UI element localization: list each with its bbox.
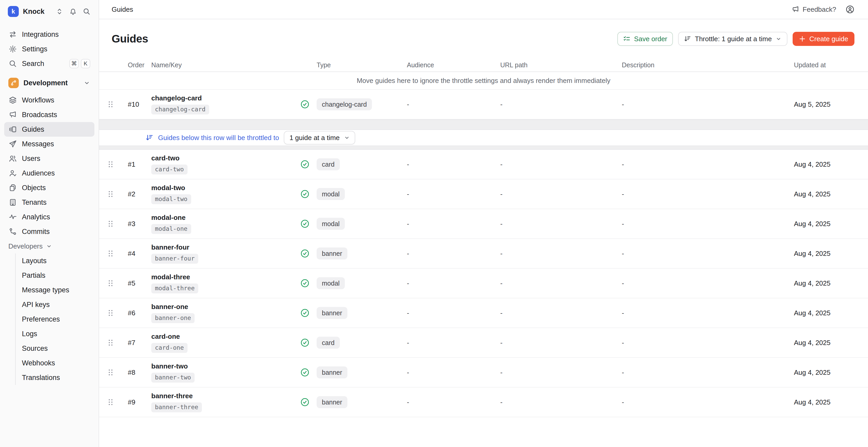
drag-handle-icon[interactable] [106,397,115,408]
guide-key-wrap: banner-four [151,252,301,264]
guide-row[interactable]: #7card-onecard-onecard---Aug 4, 2025 [99,328,868,358]
sidebar-item-tenants[interactable]: Tenants [4,195,94,210]
guide-row[interactable]: #8banner-twobanner-twobanner---Aug 4, 20… [99,358,868,387]
guide-row[interactable]: #1card-twocard-twocard---Aug 4, 2025 [99,150,868,180]
sidebar-item-sources[interactable]: Sources [16,341,99,356]
guide-audience: - [407,250,500,258]
guide-row[interactable]: #4banner-fourbanner-fourbanner---Aug 4, … [99,239,868,268]
sidebar-item-label: Audiences [22,169,90,177]
page-title: Guides [112,33,148,45]
guide-row[interactable]: #2modal-twomodal-twomodal---Aug 4, 2025 [99,180,868,209]
guide-row[interactable]: #3modal-onemodal-onemodal---Aug 4, 2025 [99,209,868,239]
guide-type-badge: banner [317,366,347,378]
section-gap [99,120,868,130]
feedback-label: Feedback? [803,5,836,13]
sidebar-item-integrations[interactable]: Integrations [4,27,94,42]
save-order-button[interactable]: Save order [617,32,673,46]
sidebar-item-api-keys[interactable]: API keys [16,297,99,312]
guide-key-wrap: banner-two [151,371,301,383]
sidebar-item-audiences[interactable]: Audiences [4,166,94,181]
grip-cell [99,248,122,259]
guide-name-key: modal-threemodal-three [151,273,301,293]
guide-type-badge: modal [317,188,345,200]
guide-row[interactable]: #5modal-threemodal-threemodal---Aug 4, 2… [99,268,868,298]
sidebar-item-logs[interactable]: Logs [16,326,99,341]
guide-name-key: banner-fourbanner-four [151,243,301,263]
drag-handle-icon[interactable] [106,248,115,259]
drag-handle-icon[interactable] [106,159,115,170]
guide-key-badge: banner-four [151,254,198,264]
account-menu-icon[interactable] [845,5,855,14]
guide-audience: - [407,339,500,347]
grip-cell [99,159,122,170]
guide-updated-at: Aug 4, 2025 [794,398,868,406]
grip-cell [99,308,122,318]
throttle-divider-text: Guides below this row will be throttled … [158,134,279,142]
throttle-divider-row: Guides below this row will be throttled … [99,130,868,146]
guide-type-cell: banner [301,307,407,319]
drag-handle-icon[interactable] [106,278,115,289]
sidebar-item-workflows[interactable]: Workflows [4,93,94,107]
drag-handle-icon[interactable] [106,218,115,229]
developers-section-toggle[interactable]: Developers [4,239,94,254]
guide-key-badge: banner-one [151,313,194,323]
sidebar-item-guides[interactable]: Guides [4,122,94,137]
throttle-count-select[interactable]: 1 guide at a time [284,131,355,145]
guide-key-wrap: banner-three [151,400,301,412]
throttle-exempt-message: Move guides here to ignore the throttle … [99,72,868,90]
environment-switcher[interactable]: Development [4,76,94,90]
save-order-label: Save order [634,35,667,43]
guide-url-path: - [500,309,622,317]
guide-row[interactable]: #9banner-threebanner-threebanner---Aug 4… [99,387,868,417]
drag-handle-icon[interactable] [106,189,115,199]
sidebar-item-partials[interactable]: Partials [16,268,99,283]
environment-label: Development [24,79,79,87]
guide-name-key: changelog-cardchangelog-card [151,94,301,114]
sidebar-item-users[interactable]: Users [4,151,94,166]
analytics-icon [8,213,17,221]
sidebar-item-messages[interactable]: Messages [4,137,94,151]
guide-order: #1 [122,160,151,168]
throttle-setting-button[interactable]: Throttle: 1 guide at a time [678,32,787,46]
sidebar-item-translations[interactable]: Translations [16,370,99,385]
notifications-bell-icon[interactable] [68,7,78,16]
sidebar-item-message-types[interactable]: Message types [16,283,99,297]
sidebar-item-webhooks[interactable]: Webhooks [16,356,99,370]
drag-handle-icon[interactable] [106,308,115,318]
guide-row[interactable]: #6banner-onebanner-onebanner---Aug 4, 20… [99,298,868,328]
sidebar-search-icon[interactable] [82,7,91,16]
sidebar-item-analytics[interactable]: Analytics [4,210,94,224]
guide-audience: - [407,160,500,168]
drag-handle-icon[interactable] [106,367,115,378]
sidebar-item-objects[interactable]: Objects [4,181,94,195]
guide-key-badge: modal-one [151,224,191,234]
broadcasts-icon [8,110,17,119]
create-guide-button[interactable]: Create guide [793,32,855,46]
sort-descending-icon [684,35,691,42]
sidebar-item-settings[interactable]: Settings [4,42,94,56]
feedback-button[interactable]: Feedback? [792,5,836,13]
workspace-switcher-icon[interactable] [55,7,64,16]
column-header-audience: Audience [407,61,500,69]
grip-cell [99,397,122,408]
developers-label: Developers [8,242,43,250]
chevron-down-icon [775,36,782,42]
sidebar-item-preferences[interactable]: Preferences [16,312,99,326]
guide-audience: - [407,398,500,406]
guide-key-wrap: modal-three [151,281,301,293]
sidebar-item-commits[interactable]: Commits [4,224,94,239]
throttle-exempt-section: Move guides here to ignore the throttle … [99,72,868,120]
guide-type-cell: changelog-card [301,98,407,110]
table-header: OrderName/KeyTypeAudienceURL pathDescrip… [99,58,868,72]
guide-type-badge: card [317,337,340,349]
guide-key-wrap: changelog-card [151,102,301,115]
column-header-description: Description [622,61,794,69]
guide-audience: - [407,309,500,317]
drag-handle-icon[interactable] [106,337,115,348]
sidebar-item-layouts[interactable]: Layouts [16,254,99,268]
sidebar-item-search[interactable]: Search⌘K [4,56,94,71]
column-header-url-path: URL path [500,61,622,69]
drag-handle-icon[interactable] [106,99,115,110]
sidebar-item-broadcasts[interactable]: Broadcasts [4,107,94,122]
guide-row[interactable]: #10changelog-cardchangelog-cardchangelog… [99,90,868,120]
